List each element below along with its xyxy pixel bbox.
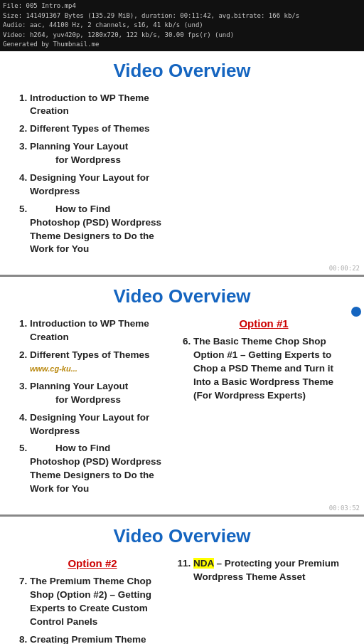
option2-label: Option #2 [14,557,171,569]
meta-line5: Generated by Thumbnail.me [3,40,361,50]
indent-text2: Wordpress [30,185,171,199]
list-item: Designing Your Layout forWordpress [30,171,171,199]
panel2-timestamp: 00:03:52 [329,505,360,512]
list-item: Planning Your Layoutfor Wordpress [30,140,171,167]
meta-bar: File: 005 Intro.mp4 Size: 141491367 Byte… [0,0,364,51]
panel2-right-ol: The Basic Theme Chop Shop Option #1 – Ge… [178,335,350,402]
list-item: Creating Premium Theme Specifications (F… [30,633,171,644]
how-to-find: How to Find [30,442,171,455]
panel3-right-ol: NDA – Protecting your Premium Wordpress … [178,557,350,584]
blue-dot-indicator [351,307,361,317]
indent-text: for Wordpress [30,154,171,167]
list-item: Different Types of Themes [30,122,171,136]
nda-highlight: NDA [193,558,214,569]
panel3-title: Video Overview [14,525,350,547]
panel1-list: Introduction to WP Theme Creation Differ… [14,92,171,261]
panel3-right: NDA – Protecting your Premium Wordpress … [178,557,350,644]
panel1-timestamp: 00:00:22 [329,265,360,272]
panel3-content: Option #2 The Premium Theme Chop Shop (O… [14,557,350,644]
how-to-find: How to Find [30,203,171,216]
panel2-left: Introduction to WP Theme Creation Differ… [14,317,171,500]
list-item: Introduction to WP Theme Creation [30,317,171,344]
panel2: Video Overview Introduction to WP Theme … [0,277,364,517]
list-item: Planning Your Layoutfor Wordpress [30,380,171,407]
panel3-ol: The Premium Theme Chop Shop (Option #2) … [14,575,171,644]
panel2-ol: Introduction to WP Theme Creation Differ… [14,317,171,496]
watermark: www.cg-ku... [30,364,77,373]
meta-line4: Video: h264, yuv420p, 1280x720, 122 kb/s… [3,31,361,41]
list-item: NDA – Protecting your Premium Wordpress … [193,557,350,584]
meta-line1: File: 005 Intro.mp4 [3,1,361,11]
option1-label: Option #1 [178,317,350,329]
indent-text: for Wordpress [30,394,171,407]
list-item: The Premium Theme Chop Shop (Option #2) … [30,575,171,629]
panel2-content: Introduction to WP Theme Creation Differ… [14,317,350,500]
list-item: How to FindPhotoshop (PSD) Wordpress The… [30,203,171,257]
panel1-ol: Introduction to WP Theme Creation Differ… [14,92,171,257]
panel1: Video Overview Introduction to WP Theme … [0,51,364,278]
list-item: The Basic Theme Chop Shop Option #1 – Ge… [193,335,350,402]
meta-line2: Size: 141491367 Bytes (135.29 MiB), dura… [3,11,361,21]
list-item: How to FindPhotoshop (PSD) Wordpress The… [30,442,171,496]
panel1-content: Introduction to WP Theme Creation Differ… [14,92,350,261]
panel3: Video Overview Option #2 The Premium The… [0,517,364,644]
list-item: Designing Your Layout for Wordpress [30,411,171,438]
panel3-left: Option #2 The Premium Theme Chop Shop (O… [14,557,171,644]
panel1-title: Video Overview [14,60,350,82]
meta-line3: Audio: aac, 44100 Hz, 2 channels, s16, 4… [3,21,361,31]
list-item: Introduction to WP Theme Creation [30,92,171,119]
panel2-right: Option #1 The Basic Theme Chop Shop Opti… [178,317,350,500]
list-item: Different Types of Themes www.cg-ku... [30,349,171,376]
panel2-title: Video Overview [14,285,350,307]
